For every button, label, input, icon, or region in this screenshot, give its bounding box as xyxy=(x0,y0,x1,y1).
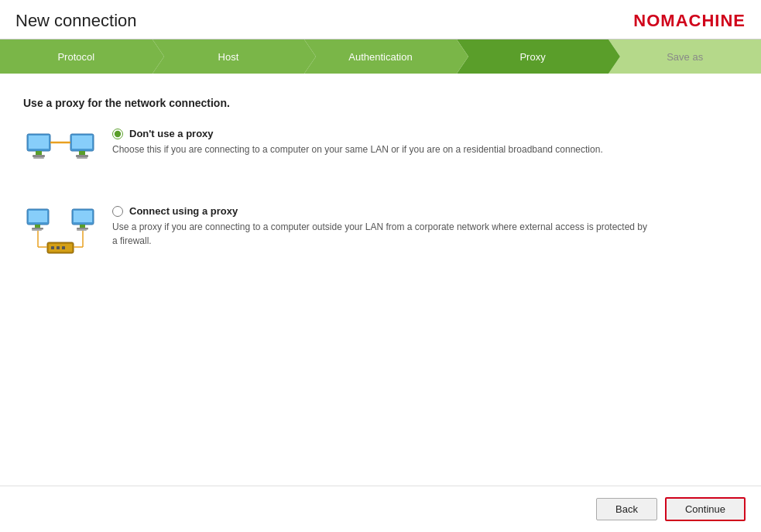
step-save-as[interactable]: Save as xyxy=(608,39,761,74)
use-proxy-label: Connect using a proxy xyxy=(112,205,654,217)
window: New connection NOMACHINE Protocol Host A… xyxy=(0,0,761,532)
step-proxy[interactable]: Proxy xyxy=(457,39,609,74)
svg-rect-2 xyxy=(36,151,42,155)
continue-button[interactable]: Continue xyxy=(665,497,746,521)
svg-rect-10 xyxy=(77,157,87,159)
svg-rect-7 xyxy=(76,155,88,157)
svg-rect-3 xyxy=(33,155,45,157)
logo: NOMACHINE xyxy=(633,11,746,31)
svg-rect-17 xyxy=(80,225,85,228)
svg-rect-1 xyxy=(29,136,49,149)
wizard-steps: Protocol Host Authentication Proxy Save … xyxy=(0,39,761,74)
content-area: Use a proxy for the network connection. xyxy=(0,74,761,486)
no-proxy-description: Choose this if you are connecting to a c… xyxy=(112,142,603,156)
svg-rect-9 xyxy=(33,157,44,159)
no-proxy-svg xyxy=(26,128,95,182)
svg-rect-12 xyxy=(29,211,47,222)
use-proxy-label-text[interactable]: Connect using a proxy xyxy=(129,205,238,217)
no-proxy-icon xyxy=(23,128,97,182)
title-bar: New connection NOMACHINE xyxy=(0,0,761,39)
back-button[interactable]: Back xyxy=(596,498,657,520)
svg-rect-22 xyxy=(57,246,60,249)
use-proxy-description: Use a proxy if you are connecting to a c… xyxy=(112,220,654,248)
option-row-use-proxy: Connect using a proxy Use a proxy if you… xyxy=(23,205,738,263)
svg-rect-5 xyxy=(72,136,92,149)
svg-rect-6 xyxy=(79,151,85,155)
use-proxy-radio[interactable] xyxy=(112,206,123,217)
no-proxy-label-text[interactable]: Don't use a proxy xyxy=(129,128,214,139)
svg-rect-16 xyxy=(74,211,92,222)
svg-rect-13 xyxy=(35,225,40,228)
section-title: Use a proxy for the network connection. xyxy=(23,97,738,109)
window-title: New connection xyxy=(15,11,137,31)
step-protocol[interactable]: Protocol xyxy=(0,39,153,74)
use-proxy-content: Connect using a proxy Use a proxy if you… xyxy=(112,205,654,248)
footer: Back Continue xyxy=(0,486,761,532)
no-proxy-content: Don't use a proxy Choose this if you are… xyxy=(112,128,603,156)
use-proxy-icon xyxy=(23,205,97,263)
step-authentication[interactable]: Authentication xyxy=(304,39,457,74)
svg-rect-29 xyxy=(77,229,87,231)
no-proxy-label: Don't use a proxy xyxy=(112,128,603,139)
svg-rect-23 xyxy=(62,246,65,249)
use-proxy-svg xyxy=(26,205,95,263)
svg-rect-21 xyxy=(51,246,54,249)
option-row-no-proxy: Don't use a proxy Choose this if you are… xyxy=(23,128,738,182)
step-host[interactable]: Host xyxy=(153,39,305,74)
svg-rect-28 xyxy=(32,229,42,231)
no-proxy-radio[interactable] xyxy=(112,129,123,139)
